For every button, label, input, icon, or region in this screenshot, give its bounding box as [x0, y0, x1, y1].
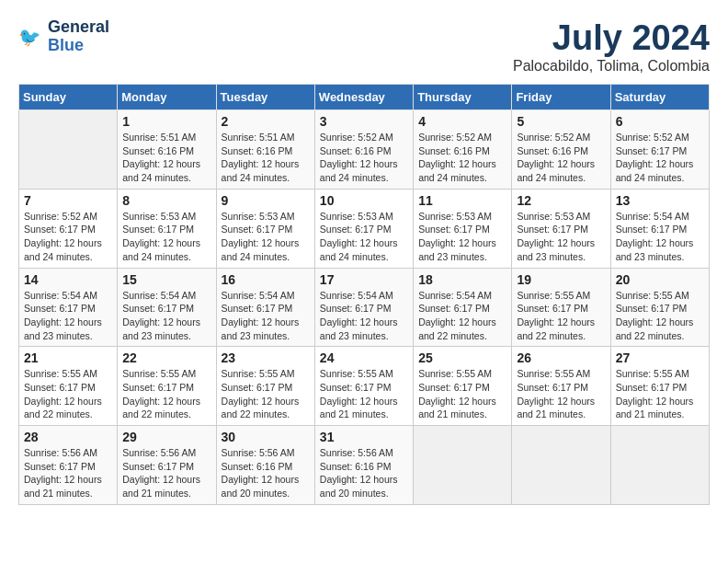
weekday-header-cell: Monday	[118, 85, 216, 110]
day-number: 1	[122, 114, 210, 129]
day-info: Sunrise: 5:55 AM Sunset: 6:17 PM Dayligh…	[222, 367, 310, 421]
calendar-cell: 29Sunrise: 5:56 AM Sunset: 6:17 PM Dayli…	[118, 426, 216, 505]
calendar-week-row: 21Sunrise: 5:55 AM Sunset: 6:17 PM Dayli…	[19, 347, 710, 426]
day-info: Sunrise: 5:54 AM Sunset: 6:17 PM Dayligh…	[24, 289, 112, 343]
calendar-body: 1Sunrise: 5:51 AM Sunset: 6:16 PM Daylig…	[19, 110, 710, 505]
calendar-cell: 27Sunrise: 5:55 AM Sunset: 6:17 PM Dayli…	[610, 347, 709, 426]
day-number: 3	[320, 114, 408, 129]
weekday-header-cell: Saturday	[610, 85, 709, 110]
day-info: Sunrise: 5:55 AM Sunset: 6:17 PM Dayligh…	[320, 367, 408, 421]
day-number: 19	[517, 272, 605, 287]
calendar-cell: 31Sunrise: 5:56 AM Sunset: 6:16 PM Dayli…	[314, 426, 413, 505]
day-info: Sunrise: 5:55 AM Sunset: 6:17 PM Dayligh…	[24, 367, 112, 421]
weekday-header-cell: Friday	[512, 85, 610, 110]
calendar-cell: 5Sunrise: 5:52 AM Sunset: 6:16 PM Daylig…	[512, 110, 610, 190]
calendar-cell: 13Sunrise: 5:54 AM Sunset: 6:17 PM Dayli…	[610, 189, 709, 268]
day-info: Sunrise: 5:52 AM Sunset: 6:16 PM Dayligh…	[320, 131, 408, 185]
day-info: Sunrise: 5:54 AM Sunset: 6:17 PM Dayligh…	[222, 289, 310, 343]
day-info: Sunrise: 5:53 AM Sunset: 6:17 PM Dayligh…	[320, 210, 408, 264]
day-number: 10	[320, 193, 408, 208]
day-number: 18	[418, 272, 506, 287]
day-info: Sunrise: 5:55 AM Sunset: 6:17 PM Dayligh…	[616, 367, 704, 421]
calendar-cell: 17Sunrise: 5:54 AM Sunset: 6:17 PM Dayli…	[314, 268, 413, 347]
day-number: 7	[24, 193, 112, 208]
day-number: 14	[24, 272, 112, 287]
day-number: 30	[222, 430, 310, 444]
day-info: Sunrise: 5:56 AM Sunset: 6:17 PM Dayligh…	[122, 446, 210, 500]
calendar-cell: 4Sunrise: 5:52 AM Sunset: 6:16 PM Daylig…	[414, 110, 512, 190]
day-number: 27	[616, 350, 704, 365]
day-number: 23	[222, 350, 310, 365]
weekday-header-row: SundayMondayTuesdayWednesdayThursdayFrid…	[19, 85, 710, 110]
header: 🐦 General Blue July 2024 Palocabildo, To…	[18, 18, 710, 75]
day-info: Sunrise: 5:53 AM Sunset: 6:17 PM Dayligh…	[517, 210, 605, 264]
calendar-week-row: 1Sunrise: 5:51 AM Sunset: 6:16 PM Daylig…	[19, 110, 710, 190]
day-info: Sunrise: 5:54 AM Sunset: 6:17 PM Dayligh…	[320, 289, 408, 343]
svg-text:🐦: 🐦	[18, 26, 41, 48]
day-info: Sunrise: 5:55 AM Sunset: 6:17 PM Dayligh…	[517, 289, 605, 343]
day-info: Sunrise: 5:54 AM Sunset: 6:17 PM Dayligh…	[122, 289, 210, 343]
day-number: 17	[320, 272, 408, 287]
day-number: 4	[418, 114, 506, 129]
calendar-cell: 6Sunrise: 5:52 AM Sunset: 6:17 PM Daylig…	[610, 110, 709, 190]
day-number: 8	[122, 193, 210, 208]
day-info: Sunrise: 5:55 AM Sunset: 6:17 PM Dayligh…	[122, 367, 210, 421]
day-info: Sunrise: 5:52 AM Sunset: 6:16 PM Dayligh…	[418, 131, 506, 185]
weekday-header-cell: Thursday	[414, 85, 512, 110]
calendar-cell: 8Sunrise: 5:53 AM Sunset: 6:17 PM Daylig…	[118, 189, 216, 268]
calendar-cell: 1Sunrise: 5:51 AM Sunset: 6:16 PM Daylig…	[118, 110, 216, 190]
day-info: Sunrise: 5:56 AM Sunset: 6:16 PM Dayligh…	[320, 446, 408, 500]
day-info: Sunrise: 5:54 AM Sunset: 6:17 PM Dayligh…	[616, 210, 704, 264]
day-info: Sunrise: 5:53 AM Sunset: 6:17 PM Dayligh…	[122, 210, 210, 264]
day-info: Sunrise: 5:51 AM Sunset: 6:16 PM Dayligh…	[222, 131, 310, 185]
calendar-cell: 15Sunrise: 5:54 AM Sunset: 6:17 PM Dayli…	[118, 268, 216, 347]
calendar-cell: 14Sunrise: 5:54 AM Sunset: 6:17 PM Dayli…	[19, 268, 118, 347]
day-number: 12	[517, 193, 605, 208]
calendar-cell: 26Sunrise: 5:55 AM Sunset: 6:17 PM Dayli…	[512, 347, 610, 426]
day-number: 15	[122, 272, 210, 287]
day-info: Sunrise: 5:55 AM Sunset: 6:17 PM Dayligh…	[418, 367, 506, 421]
calendar-table: SundayMondayTuesdayWednesdayThursdayFrid…	[18, 84, 710, 505]
day-number: 11	[418, 193, 506, 208]
calendar-week-row: 14Sunrise: 5:54 AM Sunset: 6:17 PM Dayli…	[19, 268, 710, 347]
day-number: 6	[616, 114, 704, 129]
calendar-cell: 22Sunrise: 5:55 AM Sunset: 6:17 PM Dayli…	[118, 347, 216, 426]
calendar-cell: 9Sunrise: 5:53 AM Sunset: 6:17 PM Daylig…	[216, 189, 314, 268]
logo-text-general: General	[48, 17, 109, 36]
weekday-header-cell: Tuesday	[216, 85, 314, 110]
day-number: 31	[320, 430, 408, 444]
day-info: Sunrise: 5:51 AM Sunset: 6:16 PM Dayligh…	[122, 131, 210, 185]
calendar-cell: 23Sunrise: 5:55 AM Sunset: 6:17 PM Dayli…	[216, 347, 314, 426]
day-number: 28	[24, 430, 112, 444]
day-number: 22	[122, 350, 210, 365]
day-number: 5	[517, 114, 605, 129]
calendar-cell: 2Sunrise: 5:51 AM Sunset: 6:16 PM Daylig…	[216, 110, 314, 190]
day-info: Sunrise: 5:56 AM Sunset: 6:16 PM Dayligh…	[222, 446, 310, 500]
calendar-cell: 30Sunrise: 5:56 AM Sunset: 6:16 PM Dayli…	[216, 426, 314, 505]
calendar-cell: 28Sunrise: 5:56 AM Sunset: 6:17 PM Dayli…	[19, 426, 118, 505]
day-number: 26	[517, 350, 605, 365]
day-number: 16	[222, 272, 310, 287]
day-info: Sunrise: 5:53 AM Sunset: 6:17 PM Dayligh…	[222, 210, 310, 264]
calendar-cell: 12Sunrise: 5:53 AM Sunset: 6:17 PM Dayli…	[512, 189, 610, 268]
day-info: Sunrise: 5:53 AM Sunset: 6:17 PM Dayligh…	[418, 210, 506, 264]
calendar-cell	[512, 426, 610, 505]
calendar-cell: 24Sunrise: 5:55 AM Sunset: 6:17 PM Dayli…	[314, 347, 413, 426]
calendar-week-row: 28Sunrise: 5:56 AM Sunset: 6:17 PM Dayli…	[19, 426, 710, 505]
calendar-cell	[19, 110, 118, 190]
day-number: 21	[24, 350, 112, 365]
day-number: 25	[418, 350, 506, 365]
day-number: 9	[222, 193, 310, 208]
calendar-cell: 3Sunrise: 5:52 AM Sunset: 6:16 PM Daylig…	[314, 110, 413, 190]
calendar-cell: 20Sunrise: 5:55 AM Sunset: 6:17 PM Dayli…	[610, 268, 709, 347]
day-number: 24	[320, 350, 408, 365]
location-title: Palocabildo, Tolima, Colombia	[513, 58, 710, 75]
day-info: Sunrise: 5:52 AM Sunset: 6:17 PM Dayligh…	[24, 210, 112, 264]
day-number: 2	[222, 114, 310, 129]
calendar-cell: 10Sunrise: 5:53 AM Sunset: 6:17 PM Dayli…	[314, 189, 413, 268]
weekday-header-cell: Sunday	[19, 85, 118, 110]
day-info: Sunrise: 5:55 AM Sunset: 6:17 PM Dayligh…	[517, 367, 605, 421]
calendar-cell: 7Sunrise: 5:52 AM Sunset: 6:17 PM Daylig…	[19, 189, 118, 268]
month-title: July 2024	[513, 18, 710, 58]
day-number: 13	[616, 193, 704, 208]
